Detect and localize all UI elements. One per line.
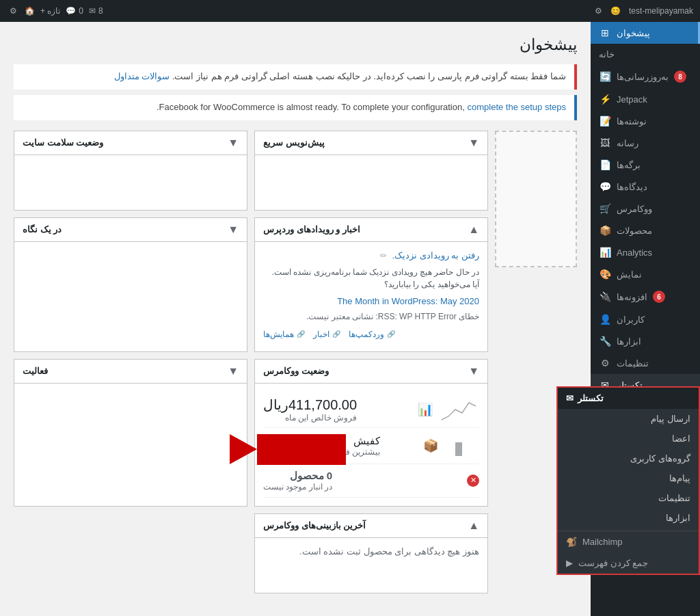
sidebar-item-pages[interactable]: برگه‌ها 📄	[591, 154, 700, 176]
woo-status-widget: ▼ وضعیت ووکامرس �	[254, 359, 488, 507]
envelope-icon: ✉	[89, 6, 96, 16]
adminbar-site-name[interactable]: test-melipayamak	[629, 6, 693, 16]
adminbar-home[interactable]: 🏠	[25, 6, 35, 16]
site-health-widget: ▼ وضعیت سلامت سایت	[14, 131, 247, 211]
sidebar-item-products[interactable]: محصولات 📦	[591, 219, 700, 241]
sidebar-item-woocommerce[interactable]: ووکامرس 🛒	[591, 198, 700, 219]
page-title: پیشخوان	[14, 36, 577, 54]
product-error: ✕	[467, 474, 479, 487]
latest-reviews-header[interactable]: ▲ آخرین بازبینی‌های ووکامرس	[255, 514, 487, 538]
wp-logo-item[interactable]: ⚙	[7, 5, 19, 17]
submenu-contacts[interactable]: اعضا	[591, 429, 699, 448]
adminbar-left: ⚙ 🏠 + تازه 💬 0 ✉ 8	[7, 5, 103, 17]
at-glance-toggle: ▼	[228, 224, 239, 236]
site-health-header[interactable]: ▼ وضعیت سلامت سایت	[14, 131, 247, 155]
sidebar-label-updates: به‌روزرسانی‌ها	[617, 72, 669, 82]
main-layout: پیشخوان ⊞ خانه 8 به‌روزرسانی‌ها 🔄 Jetpac…	[0, 22, 700, 616]
sidebar-item-posts[interactable]: نوشته‌ها 📝	[591, 110, 700, 132]
site-health-toggle: ▼	[228, 137, 239, 149]
sidebar-menu: پیشخوان ⊞ خانه 8 به‌روزرسانی‌ها 🔄 Jetpac…	[591, 22, 700, 396]
next-event-row: رفتن به رویدادی نزدیک. ✏	[263, 250, 479, 260]
submenu-settings[interactable]: تنظیمات	[591, 488, 699, 508]
sidebar-item-tools[interactable]: ابزارها 🔧	[591, 330, 700, 352]
sidebar-item-dashboard[interactable]: پیشخوان ⊞	[591, 22, 700, 44]
sidebar-item-comments[interactable]: دیدگاه‌ها 💬	[591, 176, 700, 198]
adminbar-comments[interactable]: 💬 0	[66, 6, 83, 16]
sidebar-item-users[interactable]: کاربران 👤	[591, 308, 700, 330]
sidebar-label-plugins: افزونه‌ها	[617, 292, 647, 302]
adminbar-right: test-melipayamak 😊 ⚙	[595, 6, 693, 16]
woo-sales-chart	[438, 396, 479, 423]
sidebar-label-tools: ابزارها	[617, 336, 641, 347]
arrow-body	[257, 434, 346, 465]
submenu-user-groups[interactable]: گروه‌های کاربری	[591, 448, 699, 468]
woo-earner-chart	[438, 432, 479, 459]
wordpress-icon: ⚙	[595, 6, 602, 16]
quick-draft-title: پیش‌نویس سریع	[263, 137, 325, 148]
activity-main-widget: ▼ فعالیت	[14, 359, 247, 507]
activity-toggle: ▲	[468, 224, 479, 236]
sidebar-item-analytics[interactable]: Analytics 📊	[591, 241, 700, 263]
appearance-icon: 🎨	[599, 269, 611, 280]
sidebar-item-media[interactable]: رسانه 🖼	[591, 132, 700, 154]
adminbar-new[interactable]: + تازه	[40, 6, 60, 16]
seminars-label: همایش‌ها	[263, 330, 294, 339]
sidebar-item-plugins[interactable]: 6 افزونه‌ها 🔌	[591, 285, 700, 308]
sidebar-label-settings: تنظیمات	[617, 358, 649, 369]
submenu-mailchimp[interactable]: Mailchimp 🐒	[591, 531, 699, 552]
seminars-link[interactable]: 🔗 همایش‌ها	[263, 330, 305, 339]
gravatar-notice-link[interactable]: سوالات متداول	[114, 71, 170, 81]
submenu-mailchimp-label: Mailchimp	[591, 537, 623, 547]
settings-icon: ⚙	[599, 358, 611, 369]
wordcamps-link[interactable]: 🔗 وردکمپ‌ها	[349, 330, 395, 339]
latest-reviews-title: آخرین بازبینی‌های ووکامرس	[263, 520, 366, 531]
submenu-messages[interactable]: پیام‌ها	[591, 468, 699, 488]
plugins-badge: 6	[653, 291, 665, 303]
news-link-2[interactable]: 🔗 اخبار	[313, 330, 340, 339]
red-arrow-indicator	[230, 434, 346, 465]
site-health-title: وضعیت سلامت سایت	[23, 137, 103, 148]
woo-status-header[interactable]: ▼ وضعیت ووکامرس	[255, 360, 487, 384]
activity-main-toggle: ▼	[228, 365, 239, 377]
submenu-send-message[interactable]: ارسال پیام	[591, 409, 699, 429]
activity-links-row: 🔗 همایش‌ها 🔗 اخبار 🔗 وردکمپ‌ها	[263, 330, 479, 339]
sidebar-item-appearance[interactable]: نمایش 🎨	[591, 263, 700, 285]
box-icon: 📦	[423, 438, 438, 453]
adminbar-new-label: + تازه	[40, 6, 60, 16]
bar-chart-icon: 📊	[418, 402, 433, 417]
home-icon: 🏠	[25, 6, 35, 16]
svg-rect-0	[455, 442, 462, 456]
no-event-text: در حال حاضر هیچ رویدادی نزدیک شما برنامه…	[263, 266, 479, 291]
submenu-collect-list[interactable]: جمع کردن فهرست ▶	[591, 552, 699, 574]
posts-icon: 📝	[599, 116, 611, 126]
sidebar-label-dashboard: پیشخوان	[617, 28, 650, 38]
next-event-link[interactable]: رفتن به رویدادی نزدیک.	[392, 250, 479, 260]
at-glance-header[interactable]: ▼ در یک نگاه	[14, 218, 247, 242]
woo-sales-stat: 📊 411,700.00ریال فروش خالص این ماه	[263, 392, 479, 428]
sidebar-item-settings[interactable]: تنظیمات ⚙	[591, 352, 700, 374]
submenu-header-label: تکستلر	[591, 393, 604, 403]
quick-draft-header[interactable]: ▼ پیش‌نویس سریع	[255, 131, 487, 155]
sidebar-label-jetpack: Jetpack	[617, 94, 647, 105]
left-placeholder	[495, 131, 577, 274]
sidebar-item-home[interactable]: خانه	[591, 44, 700, 65]
adminbar-wordpress-icon[interactable]: ⚙	[595, 6, 602, 16]
news-link[interactable]: The Month in WordPress: May 2020	[263, 296, 479, 306]
submenu-collect-list-label: جمع کردن فهرست	[591, 558, 648, 568]
adminbar-smiley[interactable]: 😊	[610, 6, 621, 16]
sidebar-label-home: خانه	[599, 49, 615, 59]
tools-icon: 🔧	[599, 336, 611, 347]
sidebar-item-textar[interactable]: تکستلر ✉ تکستلر ✉ ارسال پیام اعضا گروه‌ه…	[591, 374, 700, 396]
latest-reviews-widget: ▲ آخرین بازبینی‌های ووکامرس هنوز هیچ دید…	[254, 513, 488, 593]
submenu-tools-item[interactable]: ابزارها	[591, 508, 699, 528]
adminbar-messages[interactable]: ✉ 8	[89, 6, 103, 16]
sidebar-item-updates[interactable]: 8 به‌روزرسانی‌ها 🔄	[591, 65, 700, 88]
sidebar: پیشخوان ⊞ خانه 8 به‌روزرسانی‌ها 🔄 Jetpac…	[591, 22, 700, 616]
activity-header[interactable]: ▲ اخبار و رویدادهای وردپرس	[255, 218, 487, 242]
quick-draft-toggle: ▼	[468, 137, 479, 149]
dashboard-icon: ⊞	[599, 27, 611, 38]
sidebar-item-jetpack[interactable]: Jetpack ⚡	[591, 88, 700, 110]
facebook-notice-link[interactable]: complete the setup steps	[467, 102, 566, 112]
center-columns: ▼ پیش‌نویس سریع ▼ وضعیت سلامت سایت	[14, 131, 488, 593]
activity-main-header[interactable]: ▼ فعالیت	[14, 360, 247, 384]
